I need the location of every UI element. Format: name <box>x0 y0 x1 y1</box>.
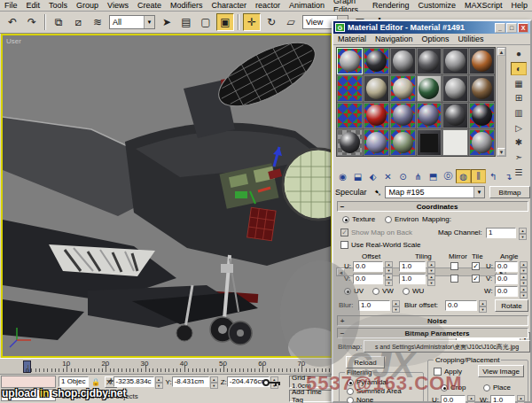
maxscript-mini-listener[interactable] <box>1 376 56 388</box>
dropdown-arrow-icon[interactable]: ▼ <box>144 16 154 28</box>
map-channel-spinner[interactable]: ▲▼ <box>519 228 527 238</box>
menu-create[interactable]: Create <box>133 1 166 10</box>
material-slot-23[interactable] <box>442 129 468 156</box>
material-slot-14[interactable] <box>364 103 389 129</box>
bind-spacewarp-icon[interactable]: ≋ <box>89 13 106 31</box>
material-slot-13[interactable] <box>337 103 363 129</box>
material-slot-11[interactable] <box>442 75 468 102</box>
menu-rendering[interactable]: Rendering <box>368 1 414 10</box>
go-forward-sibling-icon[interactable]: ↴ <box>501 169 516 183</box>
place-radio[interactable]: Place <box>483 384 511 391</box>
environ-radio[interactable]: Environ <box>385 215 419 223</box>
put-material-to-scene-icon[interactable]: ⬓ <box>350 169 365 183</box>
blur-offset-spinner[interactable]: ▲▼ <box>479 300 487 311</box>
mirror-u-checkbox[interactable] <box>450 262 458 270</box>
angle-v-field[interactable]: 0.0 <box>495 274 518 284</box>
make-unique-icon[interactable]: ⋔ <box>411 169 426 183</box>
rotate-button[interactable]: Rotate <box>495 299 528 312</box>
make-material-copy-icon[interactable]: ⊙ <box>395 169 411 183</box>
material-slot-20[interactable] <box>364 129 389 156</box>
timeline-ruler[interactable]: 0 10203040506070 <box>0 358 332 375</box>
material-slot-8[interactable] <box>364 75 389 102</box>
vw-radio[interactable]: VW <box>372 287 394 295</box>
show-map-in-viewport-icon[interactable]: ◍ <box>456 169 471 183</box>
tiling-v-spinner[interactable]: ▲▼ <box>427 274 435 284</box>
move-icon[interactable]: ✛ <box>243 13 261 31</box>
material-slot-1[interactable] <box>337 48 363 74</box>
menu-modifiers[interactable]: Modifiers <box>166 1 207 10</box>
crop-u-spinner[interactable]: ▲▼ <box>467 395 475 403</box>
backlight-icon[interactable]: ◐ <box>511 62 527 76</box>
menu-reactor[interactable]: reactor <box>251 1 285 10</box>
filtering-radio-none[interactable]: None <box>347 396 423 403</box>
blur-spinner[interactable]: ▲▼ <box>392 300 400 311</box>
crop-radio[interactable]: Crop <box>441 384 466 391</box>
use-real-world-checkbox[interactable]: Use Real-World Scale <box>340 241 421 249</box>
offset-u-spinner[interactable]: ▲▼ <box>385 261 393 272</box>
crop-w-field[interactable]: 1.0 <box>490 395 515 403</box>
dropdown-arrow-icon[interactable]: ▼ <box>473 187 484 198</box>
key-icon[interactable] <box>262 378 282 389</box>
material-slot-12[interactable] <box>469 75 495 102</box>
menu-animation[interactable]: Animation <box>285 1 329 10</box>
angle-w-spinner[interactable]: ▲▼ <box>520 286 528 297</box>
menu-file[interactable]: File <box>0 1 22 10</box>
viewport-label[interactable]: User <box>6 37 21 45</box>
close-button[interactable]: X <box>518 23 528 33</box>
coordinates-rollout[interactable]: − Coordinates <box>337 201 528 212</box>
sample-type-icon[interactable]: ● <box>511 47 527 61</box>
blur-offset-field[interactable]: 0.0 <box>445 300 477 311</box>
apply-checkbox[interactable]: Apply <box>434 368 462 376</box>
viewport-canvas[interactable] <box>3 35 331 356</box>
angle-u-spinner[interactable]: ▲▼ <box>520 261 528 272</box>
menu-views[interactable]: Views <box>103 1 133 10</box>
map-channel-field[interactable]: 1 <box>486 228 516 238</box>
material-slot-4[interactable] <box>417 48 442 74</box>
tiling-u-field[interactable]: 1.0 <box>399 261 426 272</box>
material-name-dropdown[interactable]: Map #195 ▼ <box>385 186 485 198</box>
maxscript-mini-listener-2[interactable] <box>1 389 56 401</box>
material-slot-17[interactable] <box>442 103 468 129</box>
menu-customize[interactable]: Customize <box>413 1 460 10</box>
select-object-icon[interactable]: ➤ <box>158 13 176 31</box>
angle-v-spinner[interactable]: ▲▼ <box>520 274 528 284</box>
blur-field[interactable]: 1.0 <box>358 300 390 311</box>
options-icon[interactable]: ✱ <box>511 136 527 150</box>
y-spinner[interactable]: ▲▼ <box>210 376 218 387</box>
view-image-button[interactable]: View Image <box>478 365 524 377</box>
show-end-result-icon[interactable]: ⫼ <box>471 169 486 183</box>
angle-w-field[interactable]: 0.0 <box>495 286 518 297</box>
undo-icon[interactable]: ↶ <box>4 13 21 31</box>
me-menu-utilities[interactable]: Utilities <box>454 35 489 43</box>
menu-tools[interactable]: Tools <box>44 1 72 10</box>
bitmap-parameters-rollout[interactable]: − Bitmap Parameters <box>337 328 528 338</box>
menu-group[interactable]: Group <box>72 1 103 10</box>
selection-lock-icon[interactable]: 🔒 <box>90 376 102 388</box>
material-slot-3[interactable] <box>390 48 416 74</box>
material-slot-18[interactable] <box>469 103 495 129</box>
menu-character[interactable]: Character <box>207 1 251 10</box>
background-icon[interactable]: ▦ <box>511 76 527 90</box>
select-by-name-icon[interactable]: ▤ <box>177 13 195 31</box>
redo-icon[interactable]: ↷ <box>23 13 41 31</box>
y-coord-field[interactable]: -8.431cm <box>172 376 209 387</box>
bitmap-path-button[interactable]: s and Settings\Administrator\桌面\J10c\J10… <box>364 340 530 353</box>
material-slot-15[interactable] <box>390 103 416 129</box>
scale-icon[interactable]: ▱ <box>282 13 300 31</box>
texture-radio[interactable]: Texture <box>342 215 375 223</box>
noise-rollout[interactable]: + Noise <box>337 315 528 326</box>
mirror-v-checkbox[interactable] <box>450 275 458 283</box>
offset-v-field[interactable]: 0.0 <box>353 274 383 284</box>
reset-map-icon[interactable]: ✕ <box>380 169 395 183</box>
x-spinner[interactable]: ▲▼ <box>155 376 163 387</box>
add-time-tag[interactable]: Add Time Tag <box>289 390 332 402</box>
video-color-check-icon[interactable]: ▥ <box>511 106 527 120</box>
filtering-radio-summed-area[interactable]: Summed Area <box>347 387 423 395</box>
offset-u-field[interactable]: 0.0 <box>353 261 383 272</box>
assign-material-to-selection-icon[interactable]: ⬖ <box>365 169 380 183</box>
menu-edit[interactable]: Edit <box>22 1 45 10</box>
me-menu-options[interactable]: Options <box>418 35 454 43</box>
rotate-icon[interactable]: ↻ <box>262 13 280 31</box>
pick-material-icon[interactable]: ➷ <box>374 188 381 198</box>
maximize-button[interactable]: □ <box>506 23 517 33</box>
